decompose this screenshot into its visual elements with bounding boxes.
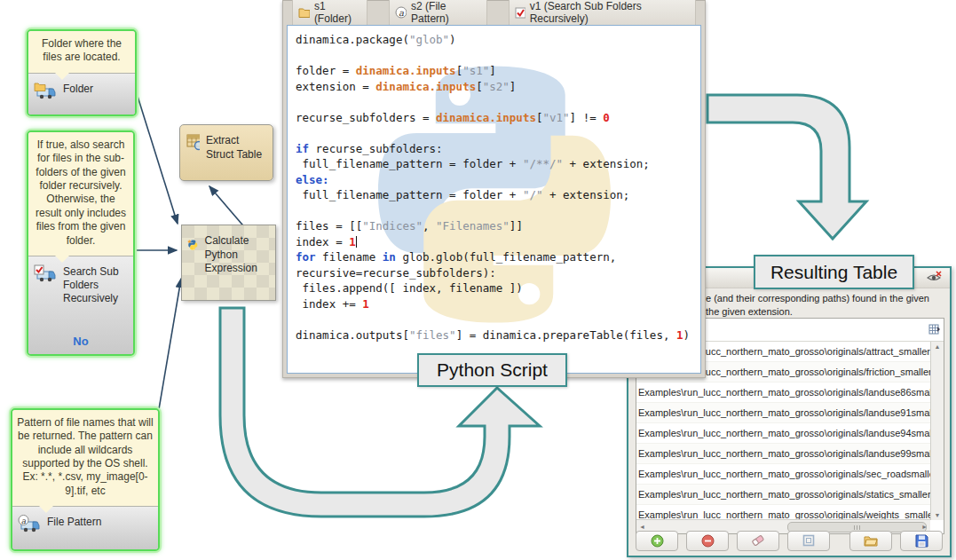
eye-close-icon[interactable]	[927, 271, 943, 283]
table-row[interactable]: Examples\run_lucc_northern_mato_grosso\o…	[636, 485, 930, 505]
erase-button[interactable]	[737, 531, 779, 551]
scroll-left-icon[interactable]: ◄	[639, 524, 645, 530]
remove-row-button[interactable]	[686, 531, 729, 551]
load-table-button[interactable]	[849, 531, 892, 551]
table-magnifier-icon	[186, 133, 200, 153]
node-folder[interactable]: Folder where the files are located. Fold…	[27, 29, 137, 116]
scroll-down-icon[interactable]: ▼	[935, 512, 941, 518]
tab-label: s1 (Folder)	[314, 0, 361, 25]
node-file-pattern[interactable]: Pattern of file names that will be retur…	[11, 408, 160, 551]
tab-label: v1 (Search Sub Folders Recursively)	[530, 0, 690, 25]
arrow-to-resulting-table	[707, 95, 866, 239]
select-icon	[802, 534, 815, 547]
save-icon	[915, 534, 928, 548]
node-value: No	[34, 335, 128, 348]
letter-a-icon: a	[395, 6, 407, 19]
tab-v1-search-recursively[interactable]: v1 (Search Sub Folders Recursively)	[509, 0, 696, 28]
node-label: Extract Struct Table	[206, 133, 267, 162]
code-editor[interactable]: dinamica.package("glob") folder = dinami…	[287, 25, 701, 374]
code-area[interactable]: dinamica.package("glob") folder = dinami…	[296, 32, 699, 343]
node-search-sub-folders[interactable]: If true, also search for files in the su…	[27, 130, 135, 356]
folder-open-icon	[864, 534, 878, 547]
node-label: Calculate Python Expression	[204, 233, 270, 276]
svg-text:a: a	[21, 517, 27, 525]
svg-text:a: a	[399, 8, 404, 18]
scroll-up-icon[interactable]: ▲	[935, 343, 941, 350]
result-toolbar	[636, 531, 943, 550]
add-row-button[interactable]	[636, 531, 678, 551]
tab-s2-file-pattern[interactable]: a s2 (File Pattern)	[389, 0, 486, 28]
node-calculate-python-expression[interactable]: Calculate Python Expression	[181, 225, 276, 301]
resulting-table-label: Resulting Table	[754, 255, 914, 289]
python-script-label: Python Script	[417, 353, 567, 387]
node-extract-struct-table[interactable]: Extract Struct Table	[179, 124, 273, 181]
node-folder-comment: Folder where the files are located.	[28, 31, 135, 73]
scroll-right-icon[interactable]: ►	[921, 524, 928, 530]
vertical-scrollbar[interactable]: ▲ ▼	[930, 342, 944, 520]
checkbox-truck-icon	[34, 264, 57, 282]
folder-icon	[298, 7, 310, 18]
python-script-editor: s1 (Folder) a s2 (File Pattern) v1 (Sear…	[282, 0, 706, 378]
select-cell-button[interactable]	[787, 531, 830, 551]
node-label: Folder	[63, 81, 93, 96]
result-description: e (and their corresponding paths) found …	[706, 292, 929, 319]
workspace: Folder where the files are located. Fold…	[0, 0, 956, 560]
node-search-comment: If true, also search for files in the su…	[28, 132, 133, 256]
table-row[interactable]: Examples\run_lucc_northern_mato_grosso\o…	[636, 423, 930, 444]
table-row[interactable]: Examples\run_lucc_northern_mato_grosso\o…	[636, 444, 930, 464]
tab-s1-folder[interactable]: s1 (Folder)	[292, 0, 367, 28]
table-row[interactable]: Examples\run_lucc_northern_mato_grosso\o…	[636, 403, 930, 423]
node-label: File Pattern	[47, 514, 101, 529]
add-icon	[651, 534, 664, 548]
table-row[interactable]: Examples\run_lucc_northern_mato_grosso\o…	[636, 505, 930, 520]
erase-icon	[751, 534, 765, 547]
editor-tabstrip: s1 (Folder) a s2 (File Pattern) v1 (Sear…	[283, 1, 705, 24]
remove-icon	[701, 534, 715, 548]
node-label: Search Sub Folders Recursively	[63, 264, 127, 305]
python-icon	[187, 233, 198, 256]
folder-truck-icon	[34, 81, 57, 99]
checkbox-icon	[515, 7, 525, 19]
table-row[interactable]: Examples\run_lucc_northern_mato_grosso\o…	[636, 383, 930, 403]
node-file-pattern-comment: Pattern of file names that will be retur…	[12, 410, 158, 506]
table-settings-icon[interactable]	[928, 323, 941, 335]
save-table-button[interactable]	[900, 531, 943, 551]
letter-a-truck-icon: a	[18, 514, 41, 532]
tab-label: s2 (File Pattern)	[411, 0, 481, 25]
table-row[interactable]: Examples\run_lucc_northern_mato_grosso\o…	[636, 464, 930, 485]
